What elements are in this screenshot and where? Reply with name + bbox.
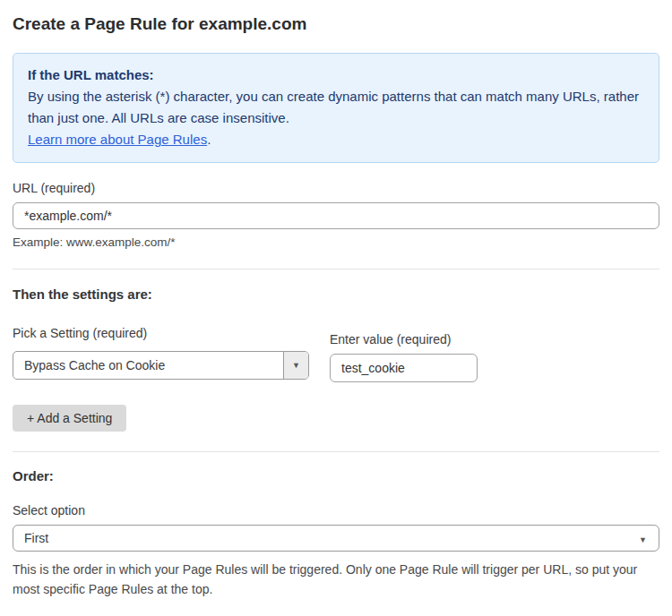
order-select-arrow: ▼ bbox=[639, 530, 659, 546]
info-box-heading: If the URL matches: bbox=[28, 64, 644, 86]
order-select-label: Select option bbox=[13, 503, 659, 518]
setting-picker-label: Pick a Setting (required) bbox=[13, 326, 309, 340]
setting-value-group: Enter value (required) bbox=[330, 332, 478, 382]
setting-value-label: Enter value (required) bbox=[330, 332, 478, 346]
settings-row: Pick a Setting (required) Bypass Cache o… bbox=[13, 326, 659, 382]
url-match-info-box: If the URL matches: By using the asteris… bbox=[13, 53, 659, 163]
url-field-label: URL (required) bbox=[13, 181, 659, 195]
setting-dropdown[interactable]: Bypass Cache on Cookie ▼ bbox=[13, 351, 309, 380]
page-rules-learn-more-link[interactable]: Learn more about Page Rules bbox=[28, 132, 207, 147]
order-select-value: First bbox=[13, 531, 639, 545]
page-title: Create a Page Rule for example.com bbox=[13, 14, 659, 34]
url-helper-text: Example: www.example.com/* bbox=[13, 235, 659, 249]
info-box-body: By using the asterisk (*) character, you… bbox=[28, 86, 644, 129]
page-rule-form: Create a Page Rule for example.com If th… bbox=[0, 0, 672, 616]
order-section: Order: Select option First ▼ This is the… bbox=[13, 468, 659, 599]
add-setting-button[interactable]: + Add a Setting bbox=[13, 405, 126, 432]
link-period: . bbox=[207, 132, 211, 147]
setting-value-input[interactable] bbox=[330, 354, 478, 382]
divider-after-url bbox=[13, 269, 659, 270]
info-box-link-line: Learn more about Page Rules. bbox=[28, 129, 644, 150]
url-field-group: URL (required) Example: www.example.com/… bbox=[13, 181, 659, 249]
setting-dropdown-button[interactable]: ▼ bbox=[283, 352, 308, 379]
order-section-heading: Order: bbox=[13, 468, 659, 483]
setting-dropdown-value: Bypass Cache on Cookie bbox=[13, 358, 283, 372]
settings-section-heading: Then the settings are: bbox=[13, 287, 659, 302]
info-box-body-text: By using the asterisk (*) character, you… bbox=[28, 89, 639, 125]
divider-after-settings bbox=[13, 451, 659, 452]
url-input[interactable] bbox=[13, 202, 659, 229]
chevron-down-icon: ▼ bbox=[292, 361, 300, 370]
chevron-down-icon: ▼ bbox=[639, 535, 647, 544]
order-helper-text: This is the order in which your Page Rul… bbox=[13, 560, 656, 599]
order-select[interactable]: First ▼ bbox=[13, 525, 659, 552]
setting-picker-group: Pick a Setting (required) Bypass Cache o… bbox=[13, 326, 309, 382]
